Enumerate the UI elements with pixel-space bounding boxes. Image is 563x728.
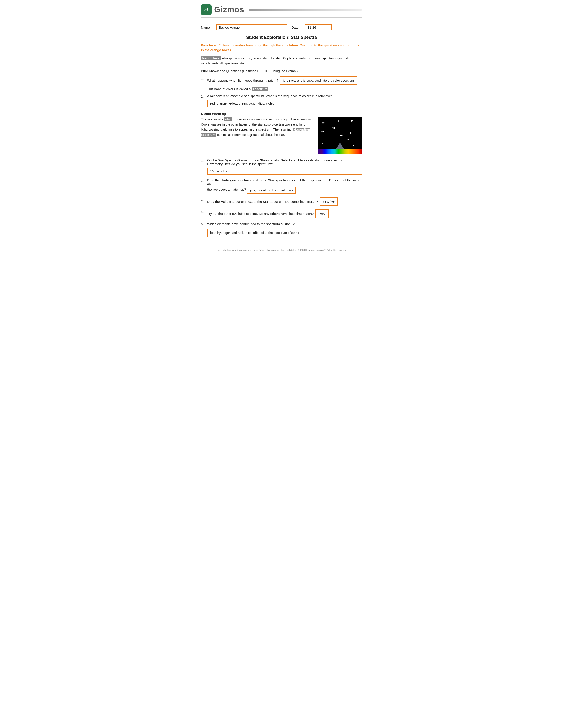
warmup-header: Gizmo Warm-up (201, 112, 362, 116)
wq4-num: 4. (201, 209, 207, 218)
star-num-7: 7 (321, 143, 322, 145)
logo-el-text: el (204, 7, 208, 13)
name-label: Name: (201, 26, 211, 29)
date-field[interactable]: 11-16 (305, 24, 332, 30)
star-dot-4 (338, 120, 339, 122)
wq2-answer[interactable]: yes, four of the lines match up (247, 187, 296, 194)
star-num-4: 4 (340, 120, 341, 122)
wq3-answer[interactable]: yes, five (320, 197, 338, 206)
logo-box: el (201, 4, 211, 15)
star-num-1: 1 (324, 121, 325, 124)
warmup-q5-block: 5. Which elements have contributed to th… (201, 221, 362, 237)
absorption-highlight: absorption spectrum (201, 128, 310, 137)
q2-text: A rainbow is an example of a spectrum. W… (207, 94, 362, 98)
star-dot-5 (341, 135, 342, 136)
wq1-text: On the Star Spectra Gizmo, turn on Show … (207, 158, 362, 166)
q1-num: 1. (201, 76, 207, 85)
wq4-content: Try out the other available spectra. Do … (207, 209, 362, 218)
spectrum-bar (319, 149, 362, 154)
star-num-5: 5 (342, 134, 343, 136)
spectrum-label-line: This band of colors is called a spectrum… (207, 87, 362, 91)
warmup-image-area: 1 4 8 3 6 2 5 7 9 10 (318, 117, 362, 154)
warmup-q2-block: 2. Drag the Hydrogen spectrum next to th… (201, 178, 362, 194)
q2-content: A rainbow is an example of a spectrum. W… (207, 94, 362, 107)
wq3-num: 3. (201, 197, 207, 206)
wq1-content: On the Star Spectra Gizmo, turn on Show … (207, 158, 362, 175)
star-num-8: 8 (352, 119, 354, 121)
spectrum-highlight: spectrum (252, 87, 268, 91)
warmup-body-area: The interior of a star produces a contin… (201, 117, 362, 154)
q2-num: 2. (201, 94, 207, 107)
page-header: el Gizmos (201, 4, 362, 18)
prior-knowledge-header: Prior Knowledge Questions (Do these BEFO… (201, 69, 362, 73)
wq5-text: Which elements have contributed to the s… (207, 221, 295, 227)
q1-answer[interactable]: it refracts and is separated into the co… (280, 76, 357, 85)
prism-shape (336, 143, 344, 149)
page-footer: Reproduction for educational use only. P… (201, 246, 362, 251)
star-dot-3 (323, 131, 324, 132)
q2-answer[interactable]: red, orange, yellow, green, blur, indigo… (207, 100, 362, 107)
wq3-row: Drag the Helium spectrum next to the Sta… (207, 197, 362, 206)
wq5-row: Which elements have contributed to the s… (207, 221, 362, 237)
star-field-image: 1 4 8 3 6 2 5 7 9 10 (318, 117, 362, 154)
wq2-num: 2. (201, 178, 207, 194)
star-dot-6 (334, 127, 335, 129)
q1-content: What happens when light goes through a p… (207, 76, 362, 85)
wq3-text: Drag the Helium spectrum next to the Sta… (207, 199, 318, 204)
q1-text: What happens when light goes through a p… (207, 78, 278, 83)
wq5-answer[interactable]: both hydrogen and helium contributed to … (207, 229, 303, 237)
question-2-block: 2. A rainbow is an example of a spectrum… (201, 94, 362, 107)
wq5-content: Which elements have contributed to the s… (207, 221, 362, 237)
star-dot-7 (322, 143, 323, 144)
logo-title: Gizmos (214, 5, 244, 14)
date-label: Date: (292, 26, 300, 29)
wq4-answer[interactable]: nope (315, 209, 329, 218)
warmup-body-text: The interior of a star produces a contin… (201, 117, 314, 154)
vocab-label: Vocabulary: (201, 56, 221, 60)
warmup-q4-block: 4. Try out the other available spectra. … (201, 209, 362, 218)
wq4-text: Try out the other available spectra. Do … (207, 211, 314, 216)
wq2-content: Drag the Hydrogen spectrum next to the S… (207, 178, 362, 194)
name-field[interactable]: Baylee Hauge (216, 24, 287, 30)
warmup-q1-block: 1. On the Star Spectra Gizmo, turn on Sh… (201, 158, 362, 175)
question-1-block: 1. What happens when light goes through … (201, 76, 362, 85)
header-bar (248, 9, 362, 11)
wq1-num: 1. (201, 158, 207, 175)
wq4-row: Try out the other available spectra. Do … (207, 209, 362, 218)
vocab-terms: absorption spectrum, binary star, bluesh… (201, 56, 351, 65)
wq5-num: 5. (201, 221, 207, 237)
star-dot-9 (349, 139, 349, 140)
warmup-q3-block: 3. Drag the Helium spectrum next to the … (201, 197, 362, 206)
wq3-content: Drag the Helium spectrum next to the Sta… (207, 197, 362, 206)
warmup-section: Gizmo Warm-up The interior of a star pro… (201, 112, 362, 154)
vocabulary-section: Vocabulary: absorption spectrum, binary … (201, 56, 362, 66)
wq1-answer[interactable]: 10 black lines (207, 168, 362, 175)
star-num-6: 6 (332, 126, 333, 128)
directions-text: Directions: Follow the instructions to g… (201, 43, 362, 53)
star-num-3: 3 (322, 130, 323, 132)
q1-row: What happens when light goes through a p… (207, 76, 362, 85)
wq2-text: Drag the Hydrogen spectrum next to the S… (207, 178, 362, 194)
star-num-10: 10 (352, 144, 354, 146)
name-date-row: Name: Baylee Hauge Date: 11-16 (201, 24, 362, 30)
star-num-9: 9 (347, 138, 348, 140)
page-title: Student Exploration: Star Spectra (201, 35, 362, 40)
star-num-2: 2 (351, 131, 352, 134)
star-highlight: star (224, 117, 232, 121)
